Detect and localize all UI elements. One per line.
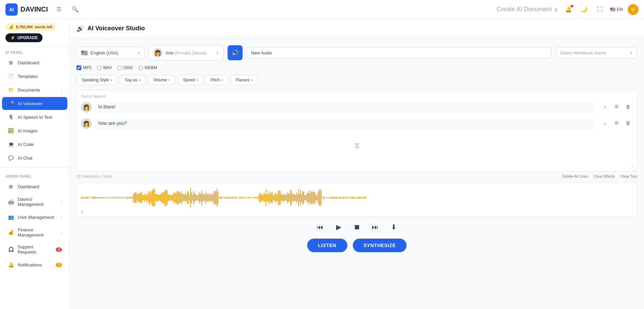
line-1-music-icon[interactable]: ♪ [600, 102, 610, 111]
sidebar-item-davinci-management[interactable]: 🤖 Davinci Management › [2, 194, 67, 210]
layers-icon: ⧖ [354, 141, 360, 150]
pauses-button[interactable]: Pauses › [231, 75, 258, 85]
dark-mode-icon[interactable]: 🌙 [579, 4, 590, 15]
wav-radio-input[interactable] [97, 66, 101, 70]
mp3-checkbox-input[interactable] [77, 65, 81, 70]
sidebar-item-label: Dashboard [18, 60, 39, 65]
waveform-bar [226, 197, 227, 198]
waveform-bar [174, 192, 175, 203]
delete-all-lines-button[interactable]: Delete All Lines [562, 174, 588, 178]
waveform-bar [213, 194, 213, 202]
sidebar-item-ai-images[interactable]: 🖼️ AI Images [2, 124, 67, 137]
sidebar-item-label: Support Requests [18, 244, 52, 255]
language-selector[interactable]: 🇺🇸 EN [610, 7, 623, 12]
speaking-style-label: Speaking Style [82, 78, 109, 82]
waveform-bar [272, 192, 273, 203]
waveform-bar [238, 197, 239, 198]
upgrade-button[interactable]: UPGRADE [5, 33, 43, 42]
stop-button[interactable]: ⏹ [351, 221, 363, 233]
voice-type-label: (Neural) [192, 51, 207, 55]
waveform-bar [270, 194, 270, 201]
line-2-music-icon[interactable]: ♪ [600, 118, 610, 128]
speaking-style-button[interactable]: Speaking Style › [77, 75, 117, 85]
line-2-delete-icon[interactable]: 🗑 [623, 118, 633, 128]
line-2-text[interactable]: how are you? [95, 118, 594, 130]
download-button[interactable]: ⬇ [387, 221, 400, 233]
clear-text-button[interactable]: Clear Text [621, 174, 637, 178]
sidebar-item-ai-voiceover[interactable]: 🎤 AI Voiceover [2, 97, 67, 110]
fullscreen-icon[interactable]: ⛶ [594, 4, 605, 15]
listen-button[interactable]: LISTEN [307, 239, 347, 252]
waveform-bar [127, 197, 128, 198]
waveform-bar [137, 195, 138, 201]
sidebar-item-support-requests[interactable]: 🎧 Support Requests 3 [2, 241, 67, 258]
sidebar-item-ai-speech[interactable]: 🎙️ AI Speech to Text [2, 111, 67, 124]
voice-select[interactable]: 👩 Aria (Female) (Neural) ∧ [149, 45, 224, 61]
waveform-bar [319, 190, 319, 205]
say-as-button[interactable]: Say as › [120, 75, 146, 85]
sidebar-item-ai-chat[interactable]: 💬 AI Chat [2, 151, 67, 164]
stack-icon-area: ⧖ [81, 134, 633, 157]
text-editor: Text to Speech 👩 hi there! ♪ ⊘ 🗑 [77, 90, 637, 172]
waveform-bar [291, 191, 292, 205]
line-2-clear-icon[interactable]: ⊘ [612, 118, 621, 128]
search-icon[interactable]: 🔍 [70, 4, 81, 15]
clear-effects-button[interactable]: Clear Effects [594, 174, 615, 178]
menu-icon[interactable]: ☰ [53, 4, 64, 15]
waveform-bar [361, 197, 361, 199]
voice-name-label: Aria (Female) (Neural) [165, 50, 207, 55]
notifications-bell-icon[interactable]: 🔔 [563, 4, 574, 15]
chevron-up-icon: ∧ [216, 50, 219, 55]
line-1-actions: ♪ ⊘ 🗑 [600, 102, 633, 111]
waveform-bar [179, 192, 180, 204]
waveform-bar [353, 197, 354, 199]
preview-voice-button[interactable]: 🔊 [228, 45, 243, 60]
synthesize-button[interactable]: SYNTHESIZE [353, 239, 407, 252]
sidebar-item-finance-management[interactable]: 💰 Finance Management › [2, 224, 67, 241]
line-1-text[interactable]: hi there! [95, 102, 594, 114]
waveform-bar [363, 197, 363, 198]
waveform-bar [356, 197, 356, 198]
pitch-button[interactable]: Pitch › [205, 75, 228, 85]
audio-name-input[interactable] [247, 47, 551, 59]
waveform-bar [325, 197, 326, 198]
waveform[interactable] [80, 185, 634, 210]
webm-radio-input[interactable] [138, 66, 143, 70]
sidebar-item-dashboard[interactable]: ⊞ Dashboard [2, 56, 67, 69]
sidebar-item-documents[interactable]: 📁 Documents › [2, 83, 67, 96]
sidebar-item-admin-dashboard[interactable]: ⊞ Dashboard [2, 180, 67, 193]
rewind-button[interactable]: ⏮ [314, 221, 326, 233]
avatar[interactable]: U [628, 4, 639, 15]
wav-radio[interactable]: WAV [97, 65, 112, 70]
fast-forward-button[interactable]: ⏭ [369, 221, 381, 233]
create-ai-document-button[interactable]: Create AI Document ∧ [497, 6, 558, 13]
speed-button[interactable]: Speed › [178, 75, 203, 85]
logo[interactable]: AI DAVINCI [5, 3, 48, 16]
sidebar-item-templates[interactable]: 📄 Templates [2, 70, 67, 83]
line-1-clear-icon[interactable]: ⊘ [612, 102, 621, 111]
webm-radio[interactable]: WEBM [138, 65, 157, 70]
line-1-delete-icon[interactable]: 🗑 [623, 102, 633, 111]
waveform-bar [313, 192, 313, 203]
waveform-bar [339, 197, 340, 199]
line-1-avatar: 👩 [81, 102, 92, 113]
volume-button[interactable]: Volume › [148, 75, 175, 85]
sidebar-item-ai-code[interactable]: 💻 AI Code [2, 138, 67, 151]
effects-row: Speaking Style › Say as › Volume › Speed… [77, 75, 637, 85]
sidebar-item-notifications[interactable]: 🔔 Notifications 7 [2, 258, 67, 271]
waveform-bar [211, 194, 211, 202]
main-layout: 8,750,394 words left UPGRADE AI PANEL ⊞ … [0, 19, 644, 309]
mp3-checkbox[interactable]: MP3 [77, 65, 92, 70]
waveform-bar [115, 197, 115, 198]
ogg-radio[interactable]: OGG [117, 65, 133, 70]
workbook-select[interactable]: Select Workbook Name ∧ [556, 47, 637, 59]
resize-handle[interactable]: ⤡ [631, 164, 634, 168]
ogg-radio-input[interactable] [117, 66, 122, 70]
waveform-bar [331, 197, 332, 198]
language-select[interactable]: 🇺🇸 English (USA) ∧ [77, 47, 145, 59]
sidebar-divider [0, 167, 69, 168]
sidebar-item-label: Finance Management [18, 227, 57, 238]
sidebar-item-user-management[interactable]: 👥 User Management › [2, 211, 67, 224]
play-button[interactable]: ▶ [332, 221, 345, 233]
editor-actions: Delete All Lines Clear Effects Clear Tex… [562, 174, 637, 178]
